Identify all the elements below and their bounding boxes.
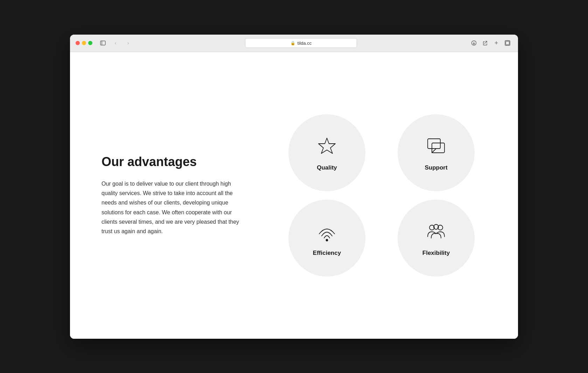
sidebar-toggle-button[interactable]: [98, 38, 108, 48]
efficiency-card-wrapper: Efficiency: [276, 200, 377, 277]
browser-chrome: ‹ › 🔒 tilda.cc: [70, 35, 518, 52]
svg-rect-8: [428, 139, 440, 149]
lock-icon: 🔒: [290, 41, 295, 45]
quality-icon: [315, 134, 339, 159]
maximize-button[interactable]: [88, 41, 92, 45]
traffic-lights: [76, 41, 92, 45]
flexibility-icon: [424, 220, 448, 244]
quality-card-wrapper: Quality: [276, 114, 377, 191]
svg-marker-7: [318, 138, 335, 153]
page-content: Our advantages Our goal is to deliver va…: [70, 52, 518, 339]
cards-grid: Quality Support: [276, 114, 486, 277]
section-description: Our goal is to deliver value to our clie…: [102, 179, 248, 236]
minimize-button[interactable]: [82, 41, 86, 45]
support-card-wrapper: Support: [386, 114, 486, 191]
support-label: Support: [425, 164, 447, 171]
new-tab-button[interactable]: +: [491, 38, 501, 48]
download-button[interactable]: [469, 38, 479, 48]
efficiency-icon: [315, 220, 339, 244]
efficiency-label: Efficiency: [313, 250, 341, 257]
browser-actions: +: [469, 38, 512, 48]
text-column: Our advantages Our goal is to deliver va…: [102, 155, 248, 236]
forward-button[interactable]: ›: [123, 38, 133, 48]
svg-point-10: [326, 239, 328, 241]
flexibility-card-wrapper: Flexibility: [386, 200, 486, 277]
svg-line-4: [484, 41, 487, 44]
advantages-section: Our advantages Our goal is to deliver va…: [102, 114, 486, 277]
flexibility-card: Flexibility: [398, 200, 475, 277]
svg-rect-0: [100, 41, 105, 45]
share-button[interactable]: [480, 38, 490, 48]
support-icon: [424, 134, 448, 159]
quality-label: Quality: [317, 164, 337, 171]
svg-rect-6: [506, 41, 509, 45]
efficiency-card: Efficiency: [288, 200, 365, 277]
url-text: tilda.cc: [298, 41, 312, 46]
quality-card: Quality: [288, 114, 365, 191]
address-bar-wrapper: 🔒 tilda.cc: [136, 38, 466, 48]
tabs-button[interactable]: [503, 38, 512, 48]
browser-window: ‹ › 🔒 tilda.cc: [70, 35, 518, 339]
address-bar[interactable]: 🔒 tilda.cc: [245, 38, 357, 48]
flexibility-label: Flexibility: [422, 250, 450, 257]
section-title: Our advantages: [102, 155, 248, 169]
back-button[interactable]: ‹: [111, 38, 120, 48]
close-button[interactable]: [76, 41, 80, 45]
support-card: Support: [398, 114, 475, 191]
